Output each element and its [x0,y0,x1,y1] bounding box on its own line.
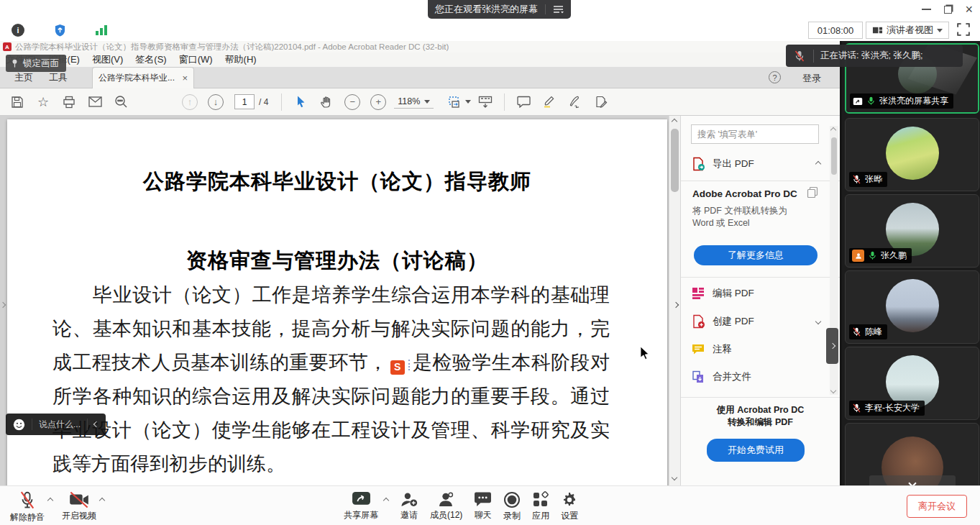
tab-home[interactable]: 主页 [14,71,33,84]
scroll-down-icon[interactable] [830,388,836,393]
highlighter-tool-icon[interactable] [536,91,562,113]
network-signal-icon[interactable] [93,22,109,38]
mic-on-icon [866,96,876,106]
mic-muted-icon [786,50,813,62]
chat-button[interactable]: 聊天 [474,491,492,521]
scroll-up-icon[interactable] [672,119,677,124]
record-label: 录制 [503,510,521,522]
participants-panel: 张洪亮的屏幕共享 张晔 张久鹏 陈峰 [840,41,980,485]
participant-tile[interactable]: 张久鹏 [845,194,979,268]
share-screen-button[interactable]: 共享屏幕 [344,491,378,521]
mic-options-icon[interactable] [47,498,53,503]
tab-document[interactable]: 公路学院本科毕业... × [92,67,194,88]
tab-tools[interactable]: 工具 [49,71,68,84]
next-page-icon[interactable]: ↓ [203,91,229,113]
chat-quick-bar[interactable]: 说点什么... [6,414,106,435]
fullscreen-icon[interactable] [957,23,971,37]
participant-tile[interactable]: 李程-长安大学 [845,347,979,420]
members-button[interactable]: 成员(12) [430,491,462,521]
doc-line: 所学各种知识的综合运用及解决实际问题能力的重要手段。通过 [52,379,610,413]
invite-button[interactable]: 邀请 [400,491,418,521]
banner-menu-icon[interactable] [553,5,564,14]
comment-tool-icon[interactable] [510,91,536,113]
favorite-star-icon[interactable]: ☆ [30,91,56,113]
menu-help[interactable]: 帮助(H) [225,53,257,66]
apps-button[interactable]: 应用 [532,491,549,522]
sidebar-item-combine-files[interactable]: 合并文件 [691,370,820,384]
acrobat-tabbar: 主页 工具 公路学院本科毕业... × ? 登录 [0,67,840,88]
send-for-signature-icon[interactable] [588,91,614,113]
menu-sign[interactable]: 签名(S) [135,53,166,66]
leave-meeting-button[interactable]: 离开会议 [907,495,967,518]
emoji-icon[interactable] [13,419,25,431]
tools-search-input[interactable] [691,124,819,144]
email-icon[interactable] [82,91,108,113]
zoom-dropdown-arrow [424,100,430,104]
participant-tile[interactable]: 陈峰 [845,270,979,344]
login-link[interactable]: 登录 [802,72,821,85]
chat-input-hint[interactable]: 说点什么... [39,419,81,431]
menu-view[interactable]: 视图(V) [92,53,123,66]
record-icon [503,491,521,508]
select-tool-icon[interactable] [288,91,313,113]
lock-screen-label: 锁定画面 [23,58,59,70]
collapse-icon[interactable] [815,161,821,167]
layout-icon [872,25,883,36]
watching-banner-text: 您正在观看张洪亮的屏幕 [435,3,538,16]
presentation-mode-icon[interactable] [472,91,498,113]
unmute-button[interactable]: 解除静音 [10,491,45,524]
document-body: 毕业设计（论文）工作是培养学生综合运用本学科的基础理 论、基本知识和基本技能，提… [52,278,610,485]
scroll-down-icon[interactable] [672,475,677,480]
avatar [886,279,939,332]
video-options-icon[interactable] [99,498,105,503]
learn-more-button[interactable]: 了解更多信息 [694,245,818,265]
menu-window[interactable]: 窗口(W) [179,53,213,66]
scrollbar-thumb[interactable] [831,137,837,175]
start-video-button[interactable]: 开启视频 [62,491,96,522]
record-button[interactable]: 录制 [503,491,521,522]
hand-tool-icon[interactable] [313,91,339,113]
sidebar-item-edit-pdf[interactable]: 编辑 PDF [691,286,820,301]
share-options-icon[interactable] [383,498,389,503]
watching-banner[interactable]: 您正在观看张洪亮的屏幕 [428,0,571,19]
view-mode-dropdown[interactable]: 演讲者视图 [866,22,949,39]
security-shield-icon[interactable] [52,22,68,38]
search-comments-icon[interactable] [108,91,134,113]
maximize-icon[interactable] [944,6,952,14]
zoom-out-icon[interactable]: − [339,91,365,113]
combine-files-icon [691,370,705,384]
document-title-line1: 公路学院本科毕业设计（论文）指导教师 [7,164,667,198]
collapse-left-icon[interactable] [93,421,99,427]
left-pane-toggle-icon[interactable] [1,297,5,310]
participant-label: 张洪亮的屏幕共享 [850,93,953,109]
lock-screen-tooltip[interactable]: 锁定画面 [6,55,66,72]
settings-button[interactable]: 设置 [561,491,578,522]
free-trial-button[interactable]: 开始免费试用 [707,439,805,462]
zoom-level-dropdown[interactable]: 118% [394,95,434,109]
close-icon[interactable]: × [965,3,973,16]
print-icon[interactable] [56,91,82,113]
sidebar-item-export-pdf[interactable]: 导出 PDF [691,157,820,171]
participant-tile[interactable]: 张晔 [845,118,979,191]
participant-tile[interactable] [845,423,979,485]
scrollbar-thumb[interactable] [671,129,679,192]
panel-collapse-handle[interactable] [826,328,838,364]
meeting-info-icon[interactable]: i [10,22,26,38]
tab-close-icon[interactable]: × [182,73,188,83]
sidebar-item-create-pdf[interactable]: 创建 PDF [691,314,820,329]
divider [87,419,88,430]
save-icon[interactable] [4,91,30,113]
right-pane-toggle-icon[interactable] [674,297,678,310]
acrobat-app-icon: A [3,42,12,51]
fill-sign-tool-icon[interactable] [562,91,588,113]
scroll-up-icon[interactable] [830,127,836,133]
expand-icon[interactable] [815,319,821,324]
translate-plugin-icon[interactable]: S [390,360,405,375]
scroll-more-participants[interactable] [869,475,956,485]
page-number-input[interactable]: 1 [234,94,255,109]
page-fit-icon[interactable] [447,91,472,113]
help-icon[interactable]: ? [769,71,781,83]
sidebar-item-comment[interactable]: 注释 [691,342,820,357]
minimize-icon[interactable] [922,9,931,10]
zoom-in-icon[interactable]: + [365,91,391,113]
